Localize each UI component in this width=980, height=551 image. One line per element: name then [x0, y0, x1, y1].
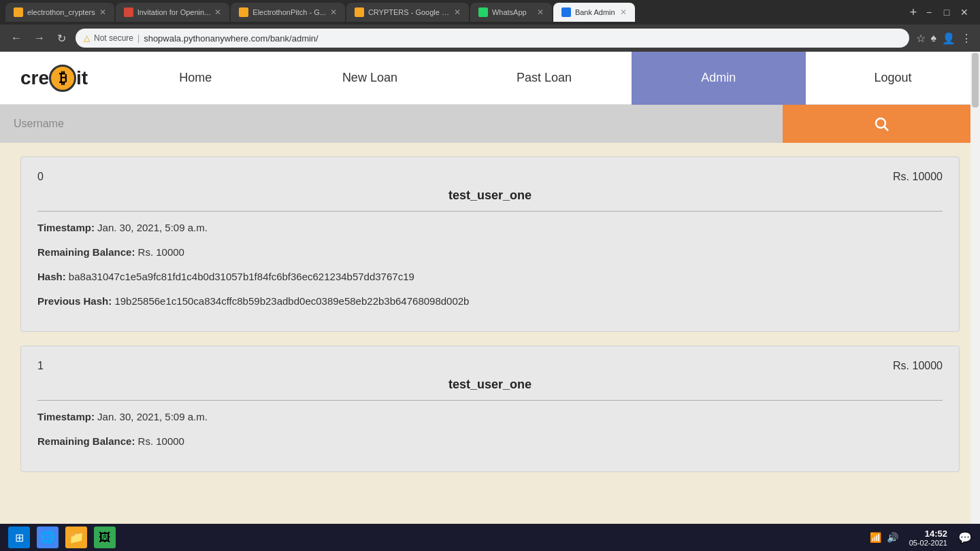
timestamp-field: Timestamp: Jan. 30, 2021, 5:09 a.m.	[37, 409, 943, 425]
tab-bar: electrothon_crypters ✕ Invitation for Op…	[0, 0, 980, 24]
logo-pre-text: cre	[20, 67, 49, 89]
logo-post-text: it	[76, 67, 88, 89]
card-divider	[37, 211, 943, 212]
taskbar: ⊞ 🌐 📁 🖼 📶 🔊 14:52 05-02-2021 💬	[0, 524, 980, 548]
maximize-button[interactable]: □	[942, 7, 951, 17]
nav-links: Home New Loan Past Loan Admin Logout	[108, 52, 980, 105]
taskbar-photos[interactable]: 🖼	[94, 527, 116, 548]
balance-field: Remaining Balance: Rs. 10000	[37, 244, 943, 261]
taskbar-left: ⊞ 🌐 📁 🖼	[8, 527, 116, 548]
browser-tab-tab1[interactable]: electrothon_crypters ✕	[5, 3, 114, 22]
timestamp-field: Timestamp: Jan. 30, 2021, 5:09 a.m.	[37, 220, 943, 236]
logo: cre ₿ it	[0, 65, 108, 92]
clock-time: 14:52	[909, 529, 947, 539]
record-card-1: 1 Rs. 10000 test_user_one Timestamp: Jan…	[20, 346, 960, 472]
reload-button[interactable]: ↻	[54, 29, 69, 48]
search-section	[0, 105, 980, 143]
record-amount: Rs. 10000	[893, 360, 943, 372]
profile-icon[interactable]: 👤	[942, 32, 956, 45]
taskbar-right: 📶 🔊 14:52 05-02-2021 💬	[870, 529, 972, 547]
address-bar: ← → ↻ △ Not secure | shopwala.pythonanyw…	[0, 24, 980, 52]
hash-field: Hash: ba8a31047c1e5a9fc81fd1c4b0d31057b1…	[37, 269, 943, 285]
security-warning-label: Not secure	[94, 33, 133, 43]
url-separator: |	[137, 33, 140, 43]
browser-tab-tab5[interactable]: WhatsApp ✕	[470, 3, 552, 22]
card-header: 0 Rs. 10000	[37, 171, 943, 183]
forward-button[interactable]: →	[31, 29, 48, 47]
record-index: 1	[37, 360, 44, 372]
card-divider	[37, 400, 943, 401]
scrollbar[interactable]	[970, 52, 980, 548]
system-icons: 📶 🔊	[870, 532, 898, 543]
extensions-icon[interactable]: ♠	[931, 32, 937, 44]
record-amount: Rs. 10000	[893, 171, 943, 183]
notification-icon[interactable]: 💬	[958, 531, 972, 544]
url-bar[interactable]: △ Not secure | shopwala.pythonanywhere.c…	[76, 29, 909, 48]
navbar: cre ₿ it Home New Loan Past Loan Admin L…	[0, 52, 980, 105]
network-icon: 📶	[870, 532, 881, 543]
browser-chrome: electrothon_crypters ✕ Invitation for Op…	[0, 0, 980, 52]
bookmark-icon[interactable]: ☆	[916, 32, 926, 45]
logo-coin: ₿	[49, 65, 76, 92]
records-container: 0 Rs. 10000 test_user_one Timestamp: Jan…	[0, 143, 980, 486]
record-card-0: 0 Rs. 10000 test_user_one Timestamp: Jan…	[20, 156, 960, 332]
security-warning-icon: △	[84, 33, 90, 43]
card-header: 1 Rs. 10000	[37, 360, 943, 372]
svg-line-1	[885, 127, 889, 131]
nav-home[interactable]: Home	[108, 52, 282, 105]
browser-tab-tab2[interactable]: Invitation for Openin... ✕	[116, 3, 230, 22]
scrollbar-thumb[interactable]	[972, 53, 979, 107]
clock: 14:52 05-02-2021	[909, 529, 947, 547]
record-index: 0	[37, 171, 44, 183]
nav-logout[interactable]: Logout	[806, 52, 980, 105]
start-button[interactable]: ⊞	[8, 527, 30, 548]
window-controls: − □ ✕	[924, 7, 975, 17]
search-button[interactable]	[783, 105, 980, 143]
taskbar-folder[interactable]: 📁	[65, 527, 87, 548]
browser-tab-tab4[interactable]: CRYPTERS - Google S... ✕	[346, 3, 469, 22]
search-input[interactable]	[0, 105, 783, 143]
search-icon	[873, 116, 889, 132]
back-button[interactable]: ←	[8, 29, 24, 47]
clock-date: 05-02-2021	[909, 539, 947, 547]
minimize-button[interactable]: −	[924, 7, 934, 17]
nav-past-loan[interactable]: Past Loan	[457, 52, 632, 105]
menu-icon[interactable]: ⋮	[961, 32, 972, 45]
svg-point-0	[876, 118, 885, 128]
balance-field: Remaining Balance: Rs. 10000	[37, 433, 943, 450]
nav-admin[interactable]: Admin	[632, 52, 806, 105]
taskbar-chrome[interactable]: 🌐	[37, 527, 59, 548]
record-username: test_user_one	[37, 378, 943, 392]
record-username: test_user_one	[37, 188, 943, 203]
nav-new-loan[interactable]: New Loan	[282, 52, 457, 105]
browser-tab-tab3[interactable]: ElectrothonPitch - G... ✕	[231, 3, 345, 22]
new-tab-button[interactable]: +	[904, 3, 923, 22]
prev-hash-field: Previous Hash: 19b25856e1c150ca834cffc8b…	[37, 293, 943, 310]
address-actions: ☆ ♠ 👤 ⋮	[916, 32, 973, 45]
page-content: cre ₿ it Home New Loan Past Loan Admin L…	[0, 52, 980, 548]
close-button[interactable]: ✕	[960, 7, 969, 17]
url-text: shopwala.pythonanywhere.com/bank/admin/	[144, 33, 318, 44]
volume-icon: 🔊	[887, 532, 898, 543]
browser-tab-tab6[interactable]: Bank Admin ✕	[553, 3, 635, 22]
